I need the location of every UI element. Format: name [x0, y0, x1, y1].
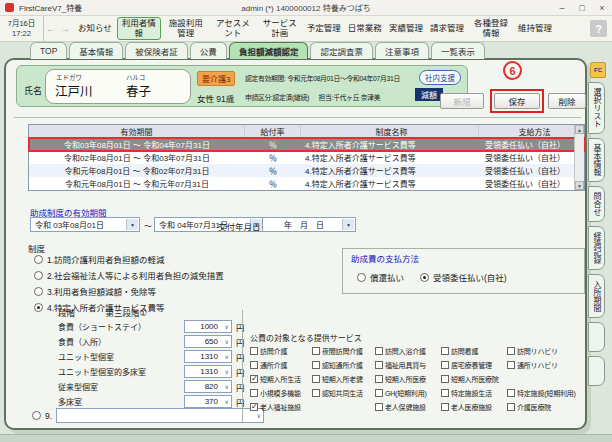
period-from-select[interactable]: 令和 03年08月01日 [30, 217, 140, 232]
table-row[interactable]: 令和02年08月01日 ～ 令和03年07月31日 ％ 4.特定入所者介護サービ… [29, 151, 584, 164]
main-menu-item[interactable]: 請求管理 [428, 17, 466, 40]
checkbox-icon[interactable] [375, 375, 383, 383]
service-option[interactable]: 小規模多機能 [250, 386, 312, 400]
side-tab[interactable]: 経過記録 [588, 226, 605, 270]
checkbox-icon[interactable] [375, 403, 383, 411]
close-icon[interactable]: × [592, 0, 612, 15]
radio-icon[interactable] [34, 255, 43, 264]
back-arrow-icon[interactable]: ← [44, 16, 58, 41]
record-tab[interactable]: 一覧表示 [431, 42, 485, 59]
main-menu-item[interactable]: お知らせ [76, 17, 114, 40]
fee-select[interactable]: 1310 [184, 350, 232, 363]
checkbox-icon[interactable] [375, 389, 383, 397]
main-menu-item[interactable]: 施設利用管理 [164, 17, 208, 40]
main-menu-item[interactable]: 予定管理 [305, 17, 343, 40]
table-row[interactable]: 令和03年08月01日 ～ 令和04年07月31日 ％ 4.特定入所者介護サービ… [29, 138, 584, 151]
scroll-down-icon[interactable]: ▼ [575, 181, 584, 190]
issue-date-select[interactable]: 年 月 日 [262, 217, 356, 232]
service-option[interactable]: 通所リハビリ [507, 358, 585, 372]
service-option[interactable]: 認知通所介護 [312, 358, 375, 372]
checkbox-icon[interactable] [250, 347, 258, 355]
help-button[interactable]: ? [590, 20, 607, 37]
payment-option[interactable]: 償還払い [357, 271, 404, 283]
save-button[interactable]: 保存 [494, 93, 540, 109]
main-menu-item[interactable]: サービス計画 [258, 17, 302, 40]
fee-select[interactable]: 370 [184, 395, 232, 408]
system-option[interactable]: 1.訪問介護利用者負担額の軽減 [34, 253, 224, 265]
record-tab[interactable]: 被保険者証 [125, 42, 188, 59]
service-option[interactable]: GH(短期利用) [375, 386, 441, 400]
service-option[interactable]: 老人保健施設 [375, 400, 441, 414]
record-tab[interactable]: 認定調査票 [310, 42, 373, 59]
checkbox-icon[interactable] [375, 361, 383, 369]
service-option[interactable]: 特定施設生活 [441, 386, 507, 400]
checkbox-icon[interactable] [441, 347, 449, 355]
main-menu-item[interactable]: アセスメント [211, 17, 255, 40]
radio-icon[interactable] [34, 287, 43, 296]
checkbox-icon[interactable] [441, 375, 449, 383]
minimize-icon[interactable]: – [552, 0, 572, 15]
side-tab[interactable]: 入所期間 [588, 274, 605, 318]
service-option[interactable]: 認知共同生活 [312, 386, 375, 400]
checkbox-icon[interactable] [250, 389, 258, 397]
service-option[interactable] [507, 372, 585, 386]
checkbox-icon[interactable] [507, 347, 515, 355]
service-option[interactable]: 訪問入浴介護 [375, 344, 441, 358]
record-tab[interactable]: 負担額減額認定 [229, 42, 309, 59]
checkbox-icon[interactable] [312, 347, 320, 355]
service-option[interactable]: 老人福祉施設 [250, 400, 312, 414]
service-option[interactable]: 短期入所医療 [375, 372, 441, 386]
service-option[interactable]: 短期入所医療院 [441, 372, 507, 386]
maximize-icon[interactable]: □ [572, 0, 592, 15]
radio-icon[interactable] [357, 273, 366, 282]
table-scrollbar[interactable]: ▲ ▼ [574, 125, 584, 190]
service-option[interactable]: 特定施設(短期利用) [507, 386, 585, 400]
system-option[interactable]: 3.利用者負担額減額・免除等 [34, 285, 224, 297]
system-option[interactable]: 2.社会福祉法人等による利用者負担の減免措置 [34, 269, 224, 281]
checkbox-icon[interactable] [312, 361, 320, 369]
checkbox-icon[interactable] [250, 403, 258, 411]
fee-select[interactable]: 650 [184, 335, 232, 348]
payment-option[interactable]: 受領委任払い(自社) [420, 271, 507, 283]
service-option[interactable] [312, 400, 375, 414]
radio-icon[interactable] [34, 271, 43, 280]
main-menu-item[interactable]: 日常業務 [346, 17, 384, 40]
side-tab[interactable] [588, 322, 605, 352]
record-tab[interactable]: 基本情報 [69, 42, 123, 59]
service-option[interactable]: 福祉用具貸与 [375, 358, 441, 372]
main-menu-item[interactable]: 実績管理 [387, 17, 425, 40]
fee-select[interactable]: 1000 [184, 320, 232, 333]
table-row[interactable]: 令和元年08月01日 ～ 令和02年07月31日 ％ 4.特定入所者介護サービス… [29, 164, 584, 177]
side-tab[interactable]: 選択リスト [588, 82, 605, 134]
side-tab[interactable] [588, 356, 605, 386]
service-option[interactable]: 短期入所生活 [250, 372, 312, 386]
checkbox-icon[interactable] [312, 375, 320, 383]
service-option[interactable]: 通所介護 [250, 358, 312, 372]
radio-icon[interactable] [420, 273, 429, 282]
checkbox-icon[interactable] [375, 347, 383, 355]
assistant-icon[interactable]: FC [590, 62, 606, 78]
service-option[interactable]: 夜間訪問介護 [312, 344, 375, 358]
side-tab[interactable]: 基本情報 [588, 138, 605, 182]
fee-select[interactable]: 820 [184, 380, 232, 393]
checkbox-icon[interactable] [312, 389, 320, 397]
new-button[interactable]: 新規 [440, 93, 484, 109]
main-menu-item[interactable]: 維持管理 [516, 17, 554, 40]
delete-button[interactable]: 削除 [548, 93, 586, 109]
service-option[interactable]: 訪問看護 [441, 344, 507, 358]
radio-icon[interactable] [34, 303, 43, 312]
service-option[interactable]: 短期入所老健 [312, 372, 375, 386]
record-tab[interactable]: 公費 [190, 42, 227, 59]
checkbox-icon[interactable] [441, 389, 449, 397]
fee-select[interactable]: 1310 [184, 365, 232, 378]
forward-arrow-icon[interactable]: → [58, 16, 72, 41]
service-option[interactable]: 介護医療院 [507, 400, 585, 414]
scroll-up-icon[interactable]: ▲ [575, 125, 584, 134]
other-system-select[interactable] [56, 408, 264, 423]
checkbox-icon[interactable] [441, 403, 449, 411]
checkbox-icon[interactable] [250, 361, 258, 369]
checkbox-icon[interactable] [250, 375, 258, 383]
checkbox-icon[interactable] [507, 361, 515, 369]
radio-icon[interactable] [32, 411, 41, 420]
table-row[interactable]: 令和元年08月01日 ～ 令和元年07月31日 ％ 4.特定入所者介護サービス費… [29, 177, 584, 190]
